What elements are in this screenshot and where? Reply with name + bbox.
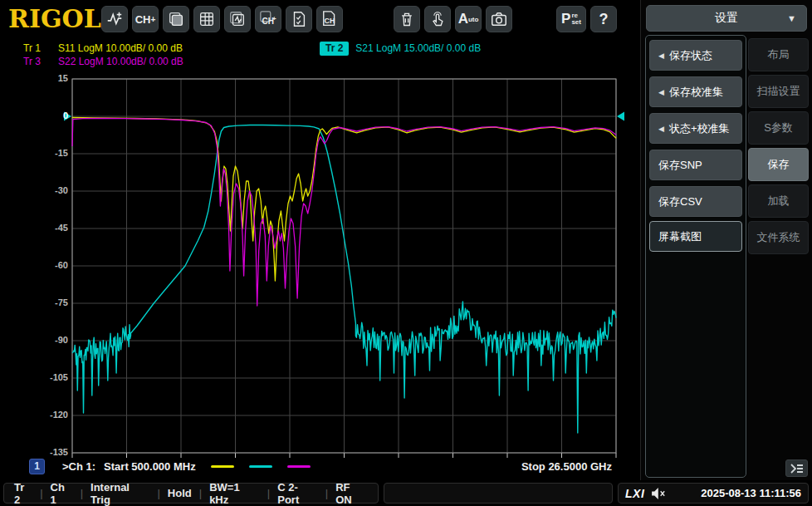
ref-level-marker-right (617, 112, 624, 121)
expand-left-icon: ◀ (658, 88, 664, 96)
menu-sidebar: 设置 ▼ ◀保存状态 ◀保存校准集 ◀状态+校准集 保存SNP 保存CSV 屏幕… (640, 0, 812, 480)
status-sweep: Hold (168, 487, 192, 499)
status-calibration: C 2-Port (277, 481, 318, 506)
y-axis-label: 15 (32, 73, 68, 83)
submenu-save-cal-set[interactable]: ◀保存校准集 (649, 76, 742, 107)
status-active-trace: Tr 2 (14, 481, 32, 506)
screenshot-button[interactable] (486, 6, 512, 32)
status-right-box: LXI 2025-08-13 11:11:56 (618, 483, 809, 504)
trace-label-tr1[interactable]: Tr 1 S11 LogM 10.00dB/ 0.00 dB (23, 42, 183, 55)
y-axis-label: -105 (32, 372, 68, 382)
channel-label: >Ch 1: (62, 460, 95, 473)
start-frequency[interactable]: Start 500.000 MHz (104, 460, 196, 473)
add-channel-button[interactable]: CH+ (132, 6, 159, 32)
hide-menu-icon (790, 463, 805, 474)
auto-label-big: A (458, 11, 468, 27)
tab-file-system[interactable]: 文件系统 (748, 221, 809, 254)
touch-hand-icon (429, 11, 446, 27)
datetime: 2025-08-13 11:11:56 (701, 487, 801, 499)
y-axis-label: 0 (32, 111, 68, 120)
waveform-plus-icon (105, 10, 124, 28)
camera-icon (490, 10, 508, 28)
trace-id: Tr 3 (23, 55, 50, 68)
help-icon: ? (599, 11, 609, 28)
auto-scale-button[interactable]: Auto (455, 6, 482, 32)
stacked-windows-icon (167, 10, 185, 28)
touch-mode-button[interactable] (424, 6, 451, 32)
status-rf: RF ON (335, 481, 368, 506)
window-waveform-icon (228, 10, 247, 28)
channel-number-badge[interactable]: 1 (29, 459, 45, 474)
tr1-legend-dash (211, 465, 234, 468)
preset-label-set: set (571, 19, 581, 26)
trace-meta: S11 LogM 10.00dB/ 0.00 dB (58, 42, 183, 55)
active-trace-badge: Tr 2 (320, 42, 349, 56)
trace-label-tr3[interactable]: Tr 3 S22 LogM 10.00dB/ 0.00 dB (23, 55, 183, 68)
status-bar: Tr 2| Ch 1| Internal Trig| Hold| BW=1 kH… (0, 480, 812, 506)
trace-meta: S21 LogM 15.00dB/ 0.00 dB (355, 42, 481, 56)
channel-copy-button[interactable]: CH (316, 6, 343, 32)
tab-sweep-settings[interactable]: 扫描设置 (748, 75, 809, 108)
chevron-down-icon: ▼ (787, 13, 796, 23)
status-channel: Ch 1 (51, 481, 73, 506)
menu-title: 设置 (715, 11, 738, 26)
preset-button[interactable]: P re set (556, 6, 586, 32)
toolbar: RIGOL CH+ (0, 0, 640, 38)
y-axis-label: -120 (32, 410, 68, 420)
channel-bar: 1 >Ch 1: Start 500.000 MHz Stop 26.5000 … (0, 456, 640, 476)
trace-copy-button[interactable] (286, 6, 312, 32)
help-button[interactable]: ? (590, 6, 617, 32)
submenu-panel: ◀保存状态 ◀保存校准集 ◀状态+校准集 保存SNP 保存CSV 屏幕截图 (645, 35, 746, 478)
submenu-save-state[interactable]: ◀保存状态 (649, 40, 742, 71)
trace-labels: Tr 1 S11 LogM 10.00dB/ 0.00 dB Tr 3 S22 … (0, 42, 640, 73)
expand-left-icon: ◀ (658, 52, 664, 60)
chart-region: 150-15-30-45-60-75-90-105-120-135 Tr 1 S… (0, 38, 640, 480)
tab-load[interactable]: 加载 (748, 184, 809, 218)
rigol-logo: RIGOL (8, 2, 101, 36)
vna-screen: RIGOL CH+ (0, 0, 812, 506)
window-channel-plus: + (272, 15, 276, 22)
submenu-state-plus-cal[interactable]: ◀状态+校准集 (649, 113, 742, 144)
status-bandwidth: BW=1 kHz (209, 481, 260, 506)
y-axis-label: -15 (32, 148, 68, 158)
submenu-save-csv[interactable]: 保存CSV (649, 186, 742, 217)
y-axis-label: -45 (32, 223, 68, 233)
y-axis-label: -90 (32, 335, 68, 345)
add-channel-plus: + (150, 15, 155, 24)
tab-save[interactable]: 保存 (748, 148, 809, 181)
speaker-muted-icon[interactable] (651, 487, 666, 500)
add-trace-button[interactable] (101, 6, 128, 32)
status-left-box: Tr 2| Ch 1| Internal Trig| Hold| BW=1 kH… (3, 483, 379, 504)
submenu-save-snp[interactable]: 保存SNP (649, 150, 742, 180)
tr3-legend-dash (287, 465, 311, 468)
sparameter-plot (0, 38, 640, 480)
main-area: RIGOL CH+ (0, 0, 640, 480)
submenu-screenshot[interactable]: 屏幕截图 (649, 221, 742, 252)
status-middle-box (384, 483, 613, 504)
menu-title-dropdown[interactable]: 设置 ▼ (646, 5, 807, 32)
table-plus-icon (198, 10, 216, 28)
y-axis-label: -75 (32, 297, 68, 307)
new-channel-window-button[interactable]: CH+ (255, 6, 281, 32)
hide-menu-button[interactable] (785, 459, 808, 477)
trace-meta: S22 LogM 10.00dB/ 0.00 dB (58, 55, 183, 68)
expand-left-icon: ◀ (658, 125, 664, 133)
auto-label-small: uto (468, 16, 478, 23)
document-channel-label: CH (325, 17, 335, 25)
stop-frequency[interactable]: Stop 26.5000 GHz (521, 460, 612, 473)
tab-layout[interactable]: 布局 (748, 38, 809, 71)
window-layout-button[interactable] (163, 6, 189, 32)
new-trace-window-button[interactable] (224, 6, 251, 32)
trace-id: Tr 1 (23, 42, 50, 55)
add-channel-label: CH (135, 13, 151, 26)
trace-label-tr2-active[interactable]: Tr 2 S21 LogM 15.00dB/ 0.00 dB (320, 42, 481, 56)
y-axis-label: -60 (32, 260, 68, 270)
document-check-icon (290, 10, 308, 28)
y-axis-label: -30 (32, 185, 68, 195)
lxi-logo: LXI (625, 487, 644, 500)
tab-s-parameters[interactable]: S参数 (748, 111, 809, 145)
delete-button[interactable] (394, 6, 420, 32)
trash-icon (399, 11, 415, 27)
preset-label-big: P (561, 11, 570, 27)
new-table-button[interactable] (193, 6, 220, 32)
